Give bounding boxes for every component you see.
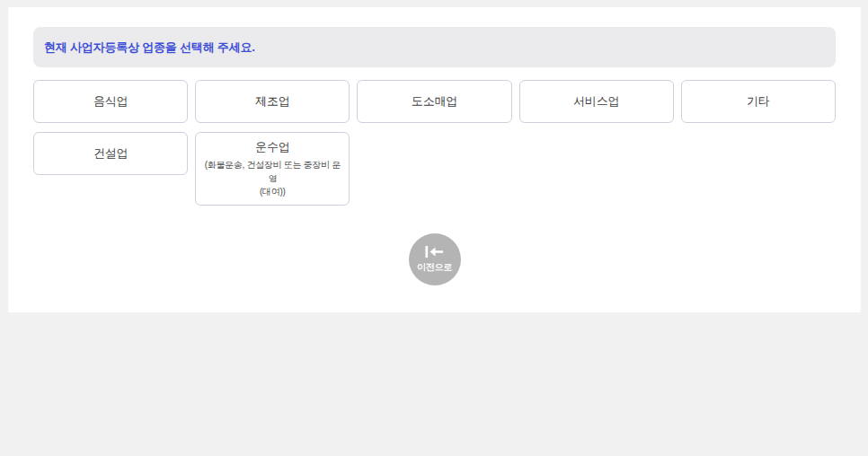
option-sublabel: (화물운송, 건설장비 또는 중장비 운영 (대여)) xyxy=(203,158,341,198)
back-button-label: 이전으로 xyxy=(417,261,452,274)
option-transport-button[interactable]: 운수업 (화물운송, 건설장비 또는 중장비 운영 (대여)) xyxy=(195,132,350,206)
notice-text: 현재 사업자등록상 업종을 선택해 주세요. xyxy=(44,39,255,56)
option-service-button[interactable]: 서비스업 xyxy=(519,80,674,123)
option-food-button[interactable]: 음식업 xyxy=(33,80,188,123)
option-label: 건설업 xyxy=(93,145,128,162)
option-label: 운수업 xyxy=(255,139,289,156)
content-panel: 현재 사업자등록상 업종을 선택해 주세요. 음식업 제조업 도소매업 서비스업… xyxy=(8,7,861,312)
option-label: 음식업 xyxy=(93,93,128,110)
option-label: 도소매업 xyxy=(412,93,457,110)
option-label: 서비스업 xyxy=(573,93,619,110)
option-construction-button[interactable]: 건설업 xyxy=(33,132,188,175)
notice-banner: 현재 사업자등록상 업종을 선택해 주세요. xyxy=(33,27,836,67)
business-type-grid: 음식업 제조업 도소매업 서비스업 기타 건설업 운수업 (화물운송, 건설장비… xyxy=(33,80,836,206)
option-manufacturing-button[interactable]: 제조업 xyxy=(195,80,350,123)
option-wholesale-retail-button[interactable]: 도소매업 xyxy=(357,80,511,123)
option-etc-button[interactable]: 기타 xyxy=(681,80,836,123)
arrow-left-to-bar-icon xyxy=(425,246,444,258)
back-button[interactable]: 이전으로 xyxy=(409,233,461,285)
option-label: 기타 xyxy=(747,93,770,110)
option-label: 제조업 xyxy=(255,93,289,110)
